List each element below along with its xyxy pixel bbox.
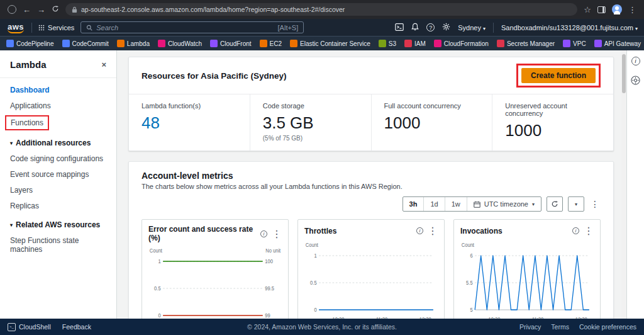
favorite-secrets-manager[interactable]: Secrets Manager: [497, 40, 555, 47]
kebab-menu-icon[interactable]: ⋮: [589, 199, 601, 209]
sidebar-item-dashboard[interactable]: Dashboard: [10, 86, 106, 94]
lock-icon: [72, 6, 77, 13]
chart-canvas: Count10.5010:3011:3012:30: [304, 239, 438, 319]
region-selector[interactable]: Sydney ▾: [458, 24, 486, 31]
search-input[interactable]: Search [Alt+S]: [80, 21, 304, 33]
info-icon[interactable]: i: [416, 227, 423, 234]
account-menu[interactable]: Sandboxadmin/su133128@001.fujitsu.com ▾: [501, 24, 638, 31]
search-placeholder: Search: [96, 24, 118, 31]
iam-icon: [404, 40, 412, 47]
bookmark-star-icon[interactable]: ☆: [584, 6, 591, 14]
svg-text:0: 0: [314, 307, 317, 314]
close-icon[interactable]: ×: [101, 60, 106, 69]
reload-button[interactable]: [52, 5, 59, 14]
services-menu[interactable]: Services: [38, 24, 74, 31]
sidebar-item-applications[interactable]: Applications: [10, 101, 106, 110]
kebab-icon[interactable]: ⋮: [272, 228, 282, 240]
metric-value-link[interactable]: 48: [142, 113, 237, 133]
create-function-button[interactable]: Create function: [521, 68, 596, 83]
kebab-icon[interactable]: ⋮: [428, 225, 438, 237]
metric-value: 1000: [505, 121, 601, 140]
console-footer: >_CloudShell Feedback © 2024, Amazon Web…: [0, 319, 644, 335]
cloudshell-button[interactable]: >_CloudShell: [8, 323, 51, 331]
metric-label: Full account concurrency: [384, 102, 480, 110]
chart-card-errors: Error count and success rate (%) i⋮ Coun…: [142, 219, 289, 319]
favorite-ecs[interactable]: Elastic Container Service: [290, 40, 370, 47]
page-content: Lambda × Dashboard Applications Function…: [0, 50, 644, 319]
cookie-preferences-link[interactable]: Cookie preferences: [579, 323, 636, 331]
kebab-icon[interactable]: ⋮: [584, 225, 594, 237]
info-icon[interactable]: i: [260, 230, 267, 237]
svg-text:0.5: 0.5: [154, 286, 161, 292]
account-metrics-title: Account-level metrics: [142, 171, 601, 181]
browser-menu-icon[interactable]: ⋮: [628, 6, 636, 14]
api-gateway-icon: [594, 40, 602, 47]
sidebar-item-replicas[interactable]: Replicas: [10, 202, 106, 210]
timezone-selector[interactable]: UTC timezone ▾: [467, 197, 541, 211]
chart-options-dropdown[interactable]: ▾: [568, 196, 584, 212]
refresh-icon: [551, 200, 558, 208]
sidebar-item-event-source-mappings[interactable]: Event source mappings: [10, 170, 106, 179]
favorite-cloudformation[interactable]: CloudFormation: [434, 40, 489, 47]
favorite-lambda[interactable]: Lambda: [117, 40, 150, 47]
vpc-icon: [563, 40, 570, 47]
terms-link[interactable]: Terms: [551, 323, 569, 331]
svg-text:5: 5: [470, 307, 473, 314]
favorite-api-gateway[interactable]: API Gateway: [594, 40, 641, 47]
scrollbar-thumb[interactable]: [622, 54, 626, 93]
chart-card-throttles: Throttles i⋮ Count10.5010:3011:3012:30: [297, 219, 445, 319]
section-related-aws-resources[interactable]: ▾Related AWS resources: [10, 220, 106, 229]
chart-canvas: CountNo unit11000.599.509910:3011:3012:3…: [148, 245, 282, 319]
browser-profile-avatar[interactable]: [612, 4, 622, 14]
sidebar-item-layers[interactable]: Layers: [10, 186, 106, 195]
notifications-bell-icon[interactable]: [411, 23, 419, 32]
favorite-codepipeline[interactable]: CodePipeline: [6, 40, 54, 47]
back-button[interactable]: ←: [23, 6, 31, 14]
ecs-icon: [290, 40, 297, 47]
cloudshell-icon: >_: [8, 323, 16, 331]
range-3h-button[interactable]: 3h: [403, 197, 425, 211]
tab-search-icon[interactable]: [8, 5, 16, 14]
services-label: Services: [48, 24, 74, 31]
announcements-icon[interactable]: [631, 76, 640, 88]
url-text: ap-southeast-2.console.aws.amazon.com/la…: [81, 6, 345, 13]
scrollbar[interactable]: [621, 50, 626, 319]
nav-divider: [31, 23, 32, 33]
svg-text:0: 0: [158, 313, 161, 319]
aws-logo[interactable]: aws: [6, 22, 25, 33]
range-1w-button[interactable]: 1w: [445, 197, 467, 211]
favorite-vpc[interactable]: VPC: [563, 40, 586, 47]
refresh-button[interactable]: [547, 196, 563, 212]
settings-gear-icon[interactable]: [442, 23, 450, 32]
favorite-cloudfront[interactable]: CloudFront: [210, 40, 251, 47]
privacy-link[interactable]: Privacy: [519, 323, 541, 331]
svg-text:99: 99: [265, 313, 270, 319]
svg-text:1: 1: [158, 259, 161, 265]
help-icon[interactable]: ?: [426, 23, 435, 31]
range-1d-button[interactable]: 1d: [424, 197, 445, 211]
nav-divider: [493, 23, 494, 33]
info-panel-icon[interactable]: i: [631, 57, 640, 65]
forward-button[interactable]: →: [37, 6, 45, 14]
sidebar-item-step-functions[interactable]: Step Functions state machines: [10, 236, 106, 254]
cloudformation-icon: [434, 40, 441, 47]
svg-text:No unit: No unit: [265, 248, 281, 254]
favorite-s3[interactable]: S3: [379, 40, 396, 47]
sidebar-item-code-signing[interactable]: Code signing configurations: [10, 154, 106, 163]
search-shortcut: [Alt+S]: [278, 24, 299, 31]
section-additional-resources[interactable]: ▾Additional resources: [10, 139, 106, 147]
info-icon[interactable]: i: [572, 227, 579, 234]
charts-row: Error count and success rate (%) i⋮ Coun…: [142, 219, 601, 319]
favorite-codecommit[interactable]: CodeCommit: [62, 40, 109, 47]
feedback-button[interactable]: Feedback: [62, 323, 91, 331]
url-bar[interactable]: ap-southeast-2.console.aws.amazon.com/la…: [65, 3, 577, 16]
favorite-iam[interactable]: IAM: [404, 40, 426, 47]
reload-icon: [52, 5, 59, 13]
cloudshell-icon[interactable]: [395, 23, 404, 32]
favorite-ec2[interactable]: EC2: [260, 40, 282, 47]
chart-title: Error count and success rate (%): [148, 225, 260, 242]
sidebar-item-functions[interactable]: Functions: [11, 118, 43, 127]
side-panel-icon[interactable]: [597, 6, 606, 13]
svg-text:99.5: 99.5: [265, 286, 274, 292]
favorite-cloudwatch[interactable]: CloudWatch: [158, 40, 202, 47]
